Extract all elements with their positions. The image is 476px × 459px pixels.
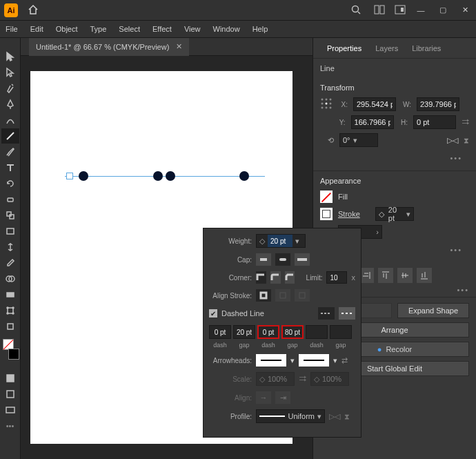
stroke-weight-dd[interactable]: ◇20 pt▾	[375, 207, 414, 221]
selection-tool[interactable]	[1, 49, 19, 64]
scale-tool[interactable]	[1, 208, 19, 223]
arrange-docs-icon[interactable]	[374, 5, 385, 16]
link-scale-icon[interactable]: ⮆	[299, 375, 306, 383]
curvature-tool[interactable]	[1, 113, 19, 128]
flip-along-icon[interactable]: ▷◁	[329, 412, 340, 421]
color-mode-icon[interactable]	[1, 371, 19, 386]
arrowhead-start[interactable]	[256, 354, 286, 367]
restore-button[interactable]: ▢	[436, 6, 450, 14]
tab-libraries[interactable]: Libraries	[405, 44, 448, 52]
corner-round-icon[interactable]	[270, 271, 281, 284]
reference-point-icon[interactable]	[320, 97, 333, 111]
eraser-tool[interactable]	[1, 192, 19, 207]
link-wh-icon[interactable]: ⮆	[462, 118, 469, 126]
menu-effect[interactable]: Effect	[152, 25, 172, 33]
dash-2-input[interactable]: 0 pt	[257, 325, 279, 339]
gap-2-input[interactable]: 80 pt	[281, 325, 304, 339]
free-transform-tool[interactable]	[1, 303, 19, 318]
align-stroke-outside-icon[interactable]	[295, 289, 310, 302]
gap-1-input[interactable]: 20 pt	[233, 325, 255, 339]
align-arrow-extend-icon[interactable]: →	[256, 391, 271, 404]
tools-panel: •••	[0, 38, 21, 459]
limit-input[interactable]	[326, 271, 347, 284]
align-stroke-center-icon[interactable]	[256, 289, 271, 302]
w-input[interactable]	[417, 97, 459, 111]
screen-mode-icon[interactable]	[1, 402, 19, 418]
rotate-input[interactable]: 0°▾	[339, 133, 378, 147]
arrowhead-end[interactable]	[299, 354, 329, 367]
weight-input[interactable]	[268, 235, 292, 247]
profile-dd[interactable]: Uniform▾	[256, 409, 325, 423]
more-transform-icon[interactable]: •••	[320, 151, 469, 165]
dash-align-corners-icon[interactable]	[339, 307, 355, 320]
menu-view[interactable]: View	[184, 25, 201, 33]
menu-file[interactable]: File	[6, 25, 18, 33]
dashed-line-checkbox[interactable]: ✔	[209, 309, 217, 318]
menu-type[interactable]: Type	[90, 25, 107, 33]
limit-label: Limit:	[299, 274, 322, 282]
menu-edit[interactable]: Edit	[30, 25, 43, 33]
line-path[interactable]	[65, 176, 265, 177]
flip-across-icon[interactable]: ⧗	[344, 412, 350, 421]
close-tab-icon[interactable]: ✕	[176, 42, 182, 51]
scale-start-input[interactable]: ◇100%	[256, 372, 295, 386]
menu-help[interactable]: Help	[252, 25, 268, 33]
gradient-tool[interactable]	[1, 287, 19, 302]
corner-bevel-icon[interactable]	[285, 271, 295, 284]
edit-toolbar-icon[interactable]: •••	[1, 418, 19, 433]
align-arrow-tip-icon[interactable]: ⇥	[275, 391, 290, 404]
search-icon[interactable]	[350, 4, 361, 17]
paintbrush-tool[interactable]	[1, 144, 19, 159]
artboard-tool[interactable]	[1, 319, 19, 334]
dash-3-input[interactable]	[306, 325, 328, 339]
type-tool[interactable]	[1, 160, 19, 175]
stroke-swatch[interactable]	[320, 208, 333, 220]
magic-wand-tool[interactable]	[1, 81, 19, 96]
eyedropper-tool[interactable]	[1, 255, 19, 271]
shape-builder-tool[interactable]	[1, 271, 19, 286]
fill-swatch[interactable]	[320, 191, 333, 203]
cap-round-icon[interactable]	[275, 253, 290, 266]
x-input[interactable]	[353, 97, 396, 111]
rotate-tool[interactable]	[1, 176, 19, 191]
scale-end-input[interactable]: ◇100%	[310, 372, 349, 386]
home-icon[interactable]	[28, 4, 39, 17]
stroke-label[interactable]: Stroke	[338, 210, 360, 218]
draw-mode-icon[interactable]	[1, 387, 19, 402]
cap-projecting-icon[interactable]	[295, 253, 310, 266]
tab-layers[interactable]: Layers	[368, 44, 405, 52]
rectangle-tool[interactable]	[1, 224, 19, 239]
tab-properties[interactable]: Properties	[320, 44, 368, 52]
close-button[interactable]: ✕	[458, 6, 472, 14]
weight-field[interactable]: ◇ ▾	[256, 234, 306, 248]
menu-window[interactable]: Window	[213, 25, 240, 33]
flip-v-icon[interactable]: ⧗	[464, 136, 469, 145]
width-tool[interactable]	[1, 240, 19, 255]
align-stroke-inside-icon[interactable]	[275, 289, 290, 302]
dash-1-input[interactable]: 0 pt	[209, 325, 231, 339]
menu-select[interactable]: Select	[119, 25, 140, 33]
fill-stroke-swatch[interactable]	[3, 339, 18, 358]
gap-lbl: gap	[281, 342, 304, 349]
align-top-icon[interactable]	[378, 268, 393, 283]
menu-object[interactable]: Object	[56, 25, 78, 33]
align-vcenter-icon[interactable]	[397, 268, 413, 283]
pen-tool[interactable]	[1, 97, 19, 112]
limit-unit: x	[351, 273, 355, 282]
flip-h-icon[interactable]: ▷◁	[447, 136, 458, 145]
expand-shape-button[interactable]: Expand Shape	[397, 303, 469, 318]
anchor-point[interactable]	[66, 173, 73, 179]
document-tab[interactable]: Untitled-1* @ 66.67 % (CMYK/Preview) ✕	[29, 38, 189, 56]
dash-preserve-exact-icon[interactable]	[318, 307, 335, 320]
minimize-button[interactable]: —	[414, 6, 428, 14]
corner-miter-icon[interactable]	[256, 271, 266, 284]
h-input[interactable]	[413, 115, 456, 129]
direct-selection-tool[interactable]	[1, 65, 19, 80]
align-bottom-icon[interactable]	[417, 268, 432, 283]
line-tool[interactable]	[1, 128, 19, 144]
cap-butt-icon[interactable]	[256, 253, 271, 266]
workspace-icon[interactable]	[395, 5, 406, 16]
y-input[interactable]	[351, 115, 394, 129]
gap-3-input[interactable]	[330, 325, 352, 339]
swap-arrowheads-icon[interactable]: ⇄	[341, 356, 348, 365]
